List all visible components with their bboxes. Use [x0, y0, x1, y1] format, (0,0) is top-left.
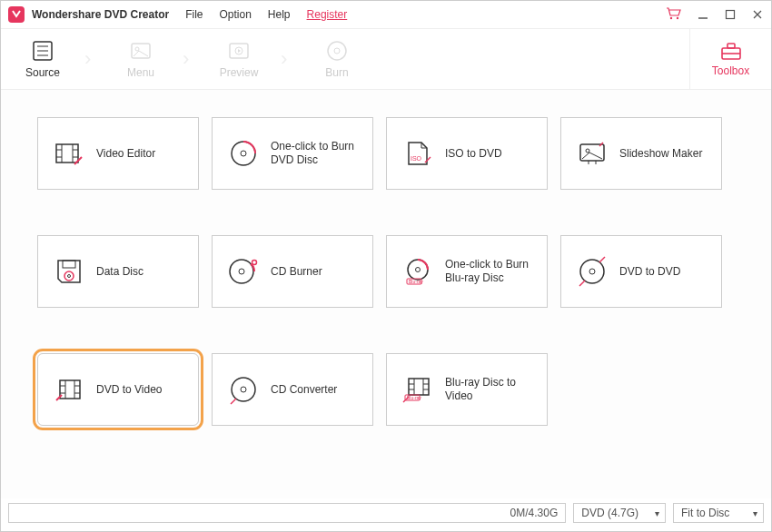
step-preview-label: Preview	[220, 66, 259, 79]
tool-label: Video Editor	[96, 147, 155, 161]
dvd-to-dvd-icon	[576, 255, 609, 288]
tool-label: DVD to DVD	[619, 265, 680, 279]
close-button[interactable]	[751, 8, 764, 21]
menu-option[interactable]: Option	[220, 8, 252, 21]
chevron-icon: ›	[281, 29, 295, 89]
svg-point-37	[230, 260, 253, 283]
svg-point-36	[68, 275, 71, 278]
step-tabs: Source › Menu › Preview › Burn Toolbox	[1, 28, 771, 90]
step-burn[interactable]: Burn	[295, 29, 379, 89]
disc-type-value: DVD (4.7G)	[581, 507, 638, 519]
svg-point-44	[580, 260, 604, 283]
cd-burner-icon	[227, 255, 260, 288]
data-disc-icon	[53, 255, 85, 288]
slideshow-icon	[576, 137, 609, 170]
tool-label: Data Disc	[96, 265, 144, 279]
chevron-down-icon: ▾	[655, 508, 659, 518]
app-logo-icon	[8, 6, 25, 23]
svg-marker-14	[238, 49, 241, 53]
svg-point-0	[670, 16, 672, 18]
svg-rect-3	[727, 11, 735, 19]
tab-toolbox[interactable]: Toolbox	[689, 29, 771, 89]
svg-point-35	[64, 271, 74, 281]
svg-point-31	[586, 149, 589, 153]
tool-label: CD Burner	[271, 265, 322, 279]
menu-icon	[129, 39, 153, 63]
tool-label: One-click to Burn DVD Disc	[271, 140, 358, 167]
preview-icon	[227, 39, 251, 63]
tool-one-click-dvd[interactable]: One-click to Burn DVD Disc	[212, 117, 373, 190]
tool-dvd-to-dvd[interactable]: DVD to DVD	[560, 235, 722, 308]
svg-point-41	[416, 268, 421, 272]
tool-video-editor[interactable]: Video Editor	[37, 117, 199, 190]
burn-icon	[325, 39, 349, 63]
fit-mode-select[interactable]: Fit to Disc ▾	[673, 503, 764, 523]
maximize-button[interactable]	[724, 8, 737, 21]
tool-cd-burner[interactable]: CD Burner	[212, 235, 373, 308]
tool-cd-converter[interactable]: CD Converter	[212, 353, 373, 426]
tool-label: Slideshow Maker	[619, 147, 702, 161]
svg-point-54	[241, 387, 246, 392]
size-text: 0M/4.30G	[510, 507, 559, 519]
disc-type-select[interactable]: DVD (4.7G) ▾	[573, 503, 666, 523]
svg-point-16	[334, 48, 340, 54]
toolbox-panel: Video Editor One-click to Burn DVD Disc …	[1, 90, 771, 498]
one-click-bluray-icon: Blu-ray	[401, 255, 434, 288]
svg-point-39	[252, 261, 257, 265]
step-source-label: Source	[25, 66, 60, 79]
menu-file[interactable]: File	[185, 8, 203, 21]
tool-dvd-to-video[interactable]: DVD to Video	[37, 353, 199, 426]
cart-icon[interactable]	[666, 7, 682, 23]
svg-point-11	[135, 47, 139, 51]
tool-label: Blu-ray Disc to Video	[445, 376, 532, 403]
title-bar: Wondershare DVD Creator File Option Help…	[1, 1, 771, 28]
chevron-down-icon: ▾	[753, 508, 757, 518]
svg-text:ISO: ISO	[411, 155, 422, 162]
svg-point-38	[239, 269, 244, 274]
source-icon	[31, 39, 54, 63]
one-click-dvd-icon	[227, 137, 260, 170]
tool-iso-to-dvd[interactable]: ISO ISO to DVD	[386, 117, 548, 190]
toolbox-icon	[719, 41, 743, 61]
tool-label: CD Converter	[271, 383, 337, 397]
minimize-button[interactable]	[697, 8, 709, 21]
svg-rect-34	[63, 261, 75, 268]
chevron-icon: ›	[84, 29, 99, 89]
chevron-icon: ›	[183, 29, 197, 89]
svg-point-1	[677, 16, 678, 18]
fit-mode-value: Fit to Disc	[681, 507, 729, 519]
step-source[interactable]: Source	[1, 29, 84, 89]
svg-point-45	[589, 269, 595, 274]
cd-converter-icon	[227, 373, 260, 406]
tool-label: ISO to DVD	[445, 147, 502, 161]
tool-label: DVD to Video	[96, 383, 163, 397]
tool-data-disc[interactable]: Data Disc	[37, 235, 199, 308]
svg-rect-55	[409, 379, 429, 395]
svg-rect-18	[727, 44, 735, 48]
menu-help[interactable]: Help	[268, 8, 291, 21]
tool-slideshow-maker[interactable]: Slideshow Maker	[560, 117, 722, 190]
tool-one-click-bluray[interactable]: Blu-ray One-click to Burn Blu-ray Disc	[386, 235, 548, 308]
svg-point-28	[241, 151, 246, 156]
svg-rect-46	[60, 380, 80, 399]
tool-label: One-click to Burn Blu-ray Disc	[445, 258, 532, 285]
video-editor-icon	[53, 137, 85, 170]
svg-rect-20	[56, 144, 78, 163]
step-menu-label: Menu	[127, 66, 154, 79]
menu-register[interactable]: Register	[307, 8, 348, 21]
svg-point-15	[328, 42, 346, 60]
app-title: Wondershare DVD Creator	[32, 8, 169, 21]
svg-text:Blu-ray: Blu-ray	[409, 279, 423, 284]
step-burn-label: Burn	[325, 66, 348, 79]
bluray-to-video-icon: Blu-ray	[401, 373, 434, 406]
size-indicator: 0M/4.30G	[8, 503, 566, 523]
tab-toolbox-label: Toolbox	[712, 64, 749, 77]
svg-point-53	[232, 378, 255, 401]
step-preview[interactable]: Preview	[197, 29, 281, 89]
bottom-bar: 0M/4.30G DVD (4.7G) ▾ Fit to Disc ▾	[8, 500, 764, 526]
dvd-to-video-icon	[53, 373, 85, 406]
iso-icon: ISO	[401, 137, 434, 170]
tool-bluray-to-video[interactable]: Blu-ray Blu-ray Disc to Video	[386, 353, 548, 426]
step-menu[interactable]: Menu	[99, 29, 183, 89]
